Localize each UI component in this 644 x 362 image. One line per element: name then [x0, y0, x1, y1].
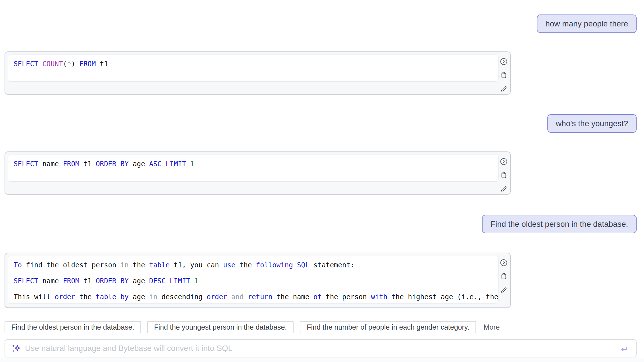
sql-action-column — [498, 259, 509, 294]
user-message-bubble: who's the youngest? — [547, 114, 637, 133]
user-message-text: who's the youngest? — [556, 119, 628, 128]
user-message-bubble: how many people there — [537, 14, 637, 33]
run-sql-button[interactable] — [500, 58, 508, 65]
natural-language-input[interactable] — [25, 344, 620, 353]
sql-code-line: SELECT name FROM t1 ORDER BY age ASC LIM… — [14, 159, 493, 169]
chat-page: how many people there SELECT COUNT(*) FR… — [0, 0, 644, 362]
suggestion-chips-row: Find the oldest person in the database. … — [5, 321, 500, 333]
answer-text-line: To find the oldest person in the table t… — [14, 260, 493, 271]
suggestion-chip-youngest[interactable]: Find the youngest person in the database… — [147, 321, 294, 333]
copy-sql-button[interactable] — [500, 71, 508, 79]
user-message-text: how many people there — [545, 19, 628, 28]
clipboard-icon — [500, 272, 508, 280]
sql-code-area: SELECT name FROM t1 ORDER BY age ASC LIM… — [8, 155, 498, 182]
suggestion-chip-oldest[interactable]: Find the oldest person in the database. — [5, 321, 141, 333]
sql-code-area: SELECT COUNT(*) FROM t1 — [8, 55, 498, 82]
run-sql-button[interactable] — [500, 158, 508, 165]
return-arrow-icon[interactable] — [620, 344, 629, 353]
play-circle-icon — [500, 58, 508, 65]
answer-text-line: This will order the table by age in desc… — [14, 292, 493, 302]
pencil-icon — [500, 85, 508, 93]
bottom-divider — [0, 359, 644, 362]
run-sql-button[interactable] — [500, 259, 508, 267]
pencil-icon — [500, 286, 508, 294]
sql-code-line: SELECT name FROM t1 ORDER BY age DESC LI… — [14, 276, 493, 286]
composer-bar — [5, 339, 637, 357]
sql-result-block: SELECT name FROM t1 ORDER BY age ASC LIM… — [5, 151, 511, 195]
more-suggestions-link[interactable]: More — [483, 323, 500, 331]
user-message-bubble: Find the oldest person in the database. — [482, 215, 637, 233]
sparkles-icon — [11, 343, 21, 353]
sql-result-block: To find the oldest person in the table t… — [5, 253, 511, 308]
copy-sql-button[interactable] — [500, 272, 508, 280]
sql-action-column — [498, 158, 509, 193]
clipboard-icon — [500, 71, 508, 79]
sql-code-area: To find the oldest person in the table t… — [8, 256, 498, 304]
user-message-text: Find the oldest person in the database. — [491, 220, 628, 229]
edit-sql-button[interactable] — [500, 286, 508, 294]
pencil-icon — [500, 185, 508, 193]
play-circle-icon — [500, 158, 508, 165]
suggestion-chip-gender-count[interactable]: Find the number of people in each gender… — [300, 321, 476, 333]
play-circle-icon — [500, 259, 508, 267]
sql-action-column — [498, 58, 509, 93]
copy-sql-button[interactable] — [500, 171, 508, 179]
clipboard-icon — [500, 171, 508, 179]
edit-sql-button[interactable] — [500, 85, 508, 93]
sql-result-block: SELECT COUNT(*) FROM t1 — [5, 51, 511, 95]
edit-sql-button[interactable] — [500, 185, 508, 193]
sql-code-line: SELECT COUNT(*) FROM t1 — [14, 59, 493, 69]
